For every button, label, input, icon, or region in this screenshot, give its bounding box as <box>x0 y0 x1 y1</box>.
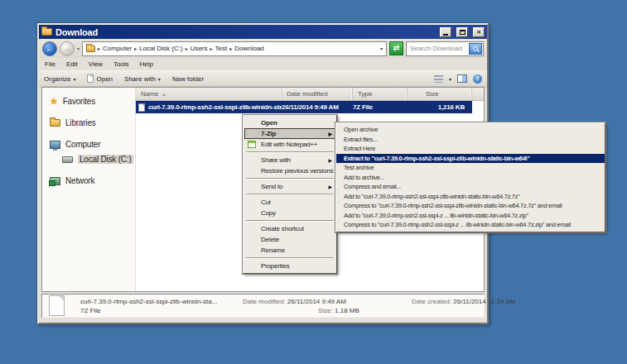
file-name: curl-7.39.0-rtmp-ssh2-ssl-sspi-zlib-wini… <box>148 103 282 111</box>
file-preview-icon <box>49 295 65 316</box>
window-title: Download <box>55 27 435 37</box>
submenu-add-to-archive[interactable]: Add to archive... <box>336 173 605 183</box>
context-menu-send-to[interactable]: Send to ▶ <box>244 181 335 192</box>
refresh-button[interactable]: ⇄ <box>389 41 403 55</box>
nav-history-chevron-icon[interactable]: ▾ <box>77 46 80 51</box>
menu-bar: File Edit View Tools Help <box>39 58 487 70</box>
help-icon[interactable]: ? <box>473 74 482 84</box>
menu-tools[interactable]: Tools <box>113 60 129 68</box>
submenu-compress-to-7z-and-email[interactable]: Compress to "curl-7.39.0-rtmp-ssh2-ssl-s… <box>336 201 605 211</box>
context-menu-7zip[interactable]: 7-Zip ▶ <box>244 128 335 139</box>
details-file-type: 7Z File <box>80 307 243 314</box>
breadcrumb-item-users[interactable]: Users <box>191 45 208 52</box>
breadcrumb-item-download[interactable]: Download <box>234 45 264 52</box>
submenu-add-to-zip[interactable]: Add to "curl-7.39.0-rtmp-ssh2-ssl-sspi-z… <box>336 211 605 221</box>
breadcrumb[interactable]: ▸ Computer ▸ Local Disk (C:) ▸ Users ▸ T… <box>82 41 387 56</box>
menu-edit[interactable]: Edit <box>66 60 78 68</box>
column-header-size[interactable]: Size <box>408 88 472 100</box>
submenu-compress-to-zip-and-email[interactable]: Compress to "curl-7.39.0-rtmp-ssh2-ssl-s… <box>336 220 605 230</box>
details-date-created: 26/11/2014 11:34 AM <box>453 298 515 305</box>
open-button[interactable]: Open <box>87 74 113 83</box>
submenu-add-to-7z[interactable]: Add to "curl-7.39.0-rtmp-ssh2-ssl-sspi-z… <box>336 192 605 202</box>
sidebar-item-computer[interactable]: Computer <box>42 138 135 151</box>
column-header-type[interactable]: Type <box>353 88 408 100</box>
file-row-selected[interactable]: curl-7.39.0-rtmp-ssh2-ssl-sspi-zlib-wini… <box>136 101 472 113</box>
change-view-icon[interactable] <box>434 75 443 83</box>
navigation-pane: ★ Favorites Libraries Computer Local Dis… <box>42 88 136 291</box>
minimize-button[interactable] <box>440 27 451 37</box>
context-menu-share-with[interactable]: Share with ▶ <box>244 155 335 165</box>
context-menu-restore-previous-versions[interactable]: Restore previous versions <box>244 165 335 176</box>
menu-separator <box>246 220 334 222</box>
chevron-down-icon[interactable]: ▾ <box>449 76 451 82</box>
context-menu-create-shortcut[interactable]: Create shortcut <box>244 223 335 234</box>
submenu-extract-files[interactable]: Extract files... <box>336 135 605 145</box>
maximize-button[interactable] <box>456 27 468 37</box>
command-toolbar: Organize▾ Open Share with▾ New folder ▾ … <box>39 70 487 87</box>
search-button[interactable] <box>469 43 482 55</box>
column-header-blank <box>472 88 484 100</box>
breadcrumb-separator-icon: ▸ <box>134 46 137 51</box>
star-icon: ★ <box>50 97 58 106</box>
submenu-test-archive[interactable]: Test archive <box>336 163 605 173</box>
menu-help[interactable]: Help <box>140 60 153 68</box>
submenu-compress-and-email[interactable]: Compress and email... <box>336 182 605 192</box>
file-type: 7Z File <box>353 103 408 111</box>
breadcrumb-item-computer[interactable]: Computer <box>103 45 132 52</box>
organize-button[interactable]: Organize▾ <box>44 75 75 83</box>
context-menu-open[interactable]: Open <box>244 117 335 128</box>
new-folder-button[interactable]: New folder <box>172 75 204 83</box>
column-header-date-modified[interactable]: Date modified <box>282 88 353 100</box>
details-date-modified-label: Date modified: <box>243 298 286 305</box>
sidebar-item-libraries[interactable]: Libraries <box>42 117 135 129</box>
column-header-name[interactable]: Name▴ <box>136 88 282 100</box>
menu-separator <box>246 194 334 195</box>
menu-separator <box>246 178 334 180</box>
network-icon <box>50 177 60 185</box>
search-input[interactable]: Search Download <box>406 41 484 56</box>
details-date-created-label: Date created: <box>412 298 451 305</box>
back-button[interactable]: ← <box>42 41 57 56</box>
context-menu-edit-with-notepadpp[interactable]: Edit with Notepad++ <box>244 139 335 150</box>
context-menu-rename[interactable]: Rename <box>244 245 335 256</box>
7zip-submenu: Open archive Extract files... Extract He… <box>335 122 605 232</box>
context-menu-copy[interactable]: Copy <box>244 208 335 218</box>
column-headers: Name▴ Date modified Type Size <box>136 88 484 101</box>
context-menu-cut[interactable]: Cut <box>244 197 335 208</box>
submenu-extract-to-selected[interactable]: Extract to "curl-7.39.0-rtmp-ssh2-ssl-ss… <box>336 154 605 164</box>
breadcrumb-item-test[interactable]: Test <box>215 45 228 52</box>
chevron-down-icon: ▾ <box>158 76 161 82</box>
window-folder-icon <box>41 28 52 36</box>
title-bar[interactable]: Download × <box>39 25 487 39</box>
address-dropdown-chevron-icon[interactable]: ▾ <box>380 46 383 51</box>
context-menu-properties[interactable]: Properties <box>244 261 335 271</box>
desktop: { "window": { "title": "Download", "cont… <box>0 0 627 364</box>
submenu-arrow-icon: ▶ <box>329 157 332 163</box>
disk-icon <box>62 156 73 163</box>
minimize-icon <box>443 34 448 36</box>
share-with-button[interactable]: Share with▾ <box>124 75 161 83</box>
context-menu-delete[interactable]: Delete <box>244 234 335 245</box>
close-button[interactable]: × <box>473 27 485 37</box>
menu-file[interactable]: File <box>45 60 55 68</box>
submenu-extract-here[interactable]: Extract Here <box>336 144 605 154</box>
details-file-name: curl-7.39.0-rtmp-ssh2-ssl-sspi-zlib-wini… <box>80 298 243 305</box>
breadcrumb-item-local-disk[interactable]: Local Disk (C:) <box>139 45 182 52</box>
notepadpp-icon <box>248 141 256 148</box>
sidebar-item-local-disk[interactable]: Local Disk (C:) <box>42 153 135 165</box>
breadcrumb-separator-icon: ▸ <box>186 46 188 51</box>
submenu-open-archive[interactable]: Open archive <box>336 125 605 135</box>
breadcrumb-folder-icon <box>86 46 95 52</box>
details-size: 1.18 MB <box>335 307 359 314</box>
sidebar-item-network[interactable]: Network <box>42 175 135 187</box>
sidebar-item-favorites[interactable]: ★ Favorites <box>42 95 135 108</box>
libraries-icon <box>50 119 60 127</box>
chevron-down-icon: ▾ <box>73 76 75 82</box>
menu-separator <box>246 151 334 153</box>
forward-button[interactable]: → <box>60 41 75 56</box>
menu-view[interactable]: View <box>89 60 103 68</box>
search-placeholder: Search Download <box>410 45 469 52</box>
preview-pane-icon[interactable] <box>457 74 467 83</box>
sort-ascending-icon: ▴ <box>162 91 165 97</box>
breadcrumb-separator-icon: ▸ <box>98 46 100 51</box>
